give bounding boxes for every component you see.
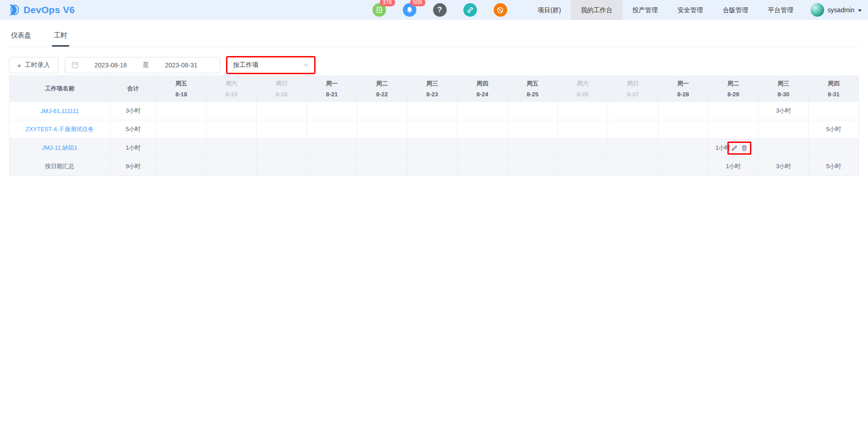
date-end-value[interactable]: 2023-08-31 [149, 61, 213, 69]
hours-cell [407, 120, 458, 139]
delete-icon[interactable] [741, 145, 748, 151]
date-column-header: 周一8-28 [658, 76, 708, 102]
nav-item[interactable]: 合版管理 [713, 0, 758, 20]
app-logo[interactable]: DevOps V6 [7, 4, 75, 16]
total-hours-cell: 1小时 [110, 139, 156, 157]
hours-cell [207, 102, 257, 120]
help-icon[interactable]: ? [433, 3, 447, 17]
nav-item[interactable]: 投产管理 [623, 0, 668, 20]
notifications-badge: 508 [410, 0, 425, 6]
hours-cell [257, 139, 307, 157]
hours-cell [257, 120, 307, 139]
hours-cell [458, 157, 508, 176]
hours-cell: 3小时 [759, 157, 809, 176]
hours-cell [558, 120, 608, 139]
nav-item[interactable]: 我的工作台 [571, 0, 623, 20]
hours-cell [708, 102, 759, 120]
hours-cell [156, 157, 207, 176]
tab-dashboard[interactable]: 仪表盘 [9, 31, 33, 47]
work-item-row: ZXYTEST-4,子康测试任务5小时5小时 [9, 120, 859, 139]
chevron-down-icon [303, 63, 308, 67]
nav-item[interactable]: 项目(群) [528, 0, 571, 20]
do-not-disturb-icon[interactable] [494, 3, 507, 17]
column-header-total: 合计 [110, 76, 156, 102]
user-name: sysadmin [828, 6, 854, 14]
hours-cell [307, 139, 357, 157]
work-item-row: JMJ-61,1111113小时3小时 [9, 102, 859, 120]
notifications-icon[interactable]: 508 [403, 3, 416, 17]
date-column-header: 周日8-27 [608, 76, 658, 102]
hours-cell [508, 102, 558, 120]
hours-cell [156, 102, 207, 120]
work-item-link[interactable]: JMJ-61,111111 [41, 108, 79, 114]
hours-cell [207, 157, 257, 176]
plus-icon: + [17, 61, 21, 69]
date-column-header: 周三8-30 [759, 76, 809, 102]
hours-cell [658, 102, 708, 120]
hours-cell [458, 120, 508, 139]
main-nav: 项目(群)我的工作台投产管理安全管理合版管理平台管理 [528, 0, 803, 20]
chevron-down-icon [858, 9, 862, 12]
date-column-header: 周二8-22 [357, 76, 407, 102]
hours-cell [508, 157, 558, 176]
user-menu[interactable]: sysadmin [811, 3, 862, 17]
date-range-picker[interactable]: 2023-08-18 至 2023-08-31 [65, 57, 220, 73]
edit-icon[interactable] [731, 145, 738, 151]
group-by-selected-value: 按工作项 [233, 61, 259, 69]
hours-cell [458, 102, 508, 120]
header-action-icons: 378 508 ? [373, 3, 507, 17]
prohibit-glyph [496, 6, 504, 14]
top-header: DevOps V6 378 508 ? [0, 0, 868, 20]
worktime-toolbar: + 工时录入 2023-08-18 至 2023-08-31 按工作项 [9, 56, 859, 74]
hours-cell [307, 157, 357, 176]
hours-cell: 5小时 [809, 120, 859, 139]
hours-cell [608, 157, 658, 176]
date-column-header: 周五8-25 [508, 76, 558, 102]
table-body: JMJ-61,1111113小时3小时ZXYTEST-4,子康测试任务5小时5小… [9, 102, 859, 176]
link-icon[interactable] [463, 3, 477, 17]
hours-cell [508, 120, 558, 139]
hours-cell [207, 139, 257, 157]
annotation-box-row-actions [727, 142, 751, 155]
work-item-name-cell: JMJ-61,111111 [9, 102, 110, 120]
column-header-name: 工作项名称 [9, 76, 110, 102]
add-worktime-button[interactable]: + 工时录入 [9, 57, 58, 73]
user-avatar [811, 3, 824, 17]
date-start-value[interactable]: 2023-08-18 [79, 61, 143, 69]
summary-row: 按日期汇总9小时1小时3小时5小时 [9, 157, 859, 176]
document-glyph [376, 6, 383, 14]
calendar-icon [71, 61, 79, 69]
tasks-badge: 378 [380, 0, 395, 6]
work-item-link[interactable]: JMJ-11,缺陷1 [42, 144, 78, 151]
date-column-header: 周四8-24 [458, 76, 508, 102]
tasks-icon[interactable]: 378 [373, 3, 386, 17]
hours-cell: 3小时 [759, 102, 809, 120]
nav-item[interactable]: 平台管理 [758, 0, 803, 20]
hours-cell [658, 157, 708, 176]
hours-cell [809, 102, 859, 120]
hours-cell [658, 120, 708, 139]
tab-worktime[interactable]: 工时 [52, 31, 69, 47]
summary-label-cell: 按日期汇总 [9, 157, 110, 176]
date-column-header: 周日8-20 [257, 76, 307, 102]
app-title: DevOps V6 [24, 5, 75, 15]
hours-cell [257, 102, 307, 120]
group-by-select[interactable]: 按工作项 [227, 57, 314, 73]
hours-cell: 1小时 [708, 157, 759, 176]
total-hours-cell: 9小时 [110, 157, 156, 176]
chain-glyph [467, 6, 474, 14]
work-item-name-cell: JMJ-11,缺陷1 [9, 139, 110, 157]
hours-cell [708, 120, 759, 139]
work-item-name-cell: ZXYTEST-4,子康测试任务 [9, 120, 110, 139]
work-item-link[interactable]: ZXYTEST-4,子康测试任务 [26, 126, 94, 132]
hours-cell [608, 120, 658, 139]
hours-cell [558, 139, 608, 157]
hours-cell [558, 102, 608, 120]
bell-glyph [406, 6, 413, 14]
nav-item[interactable]: 安全管理 [668, 0, 713, 20]
hours-cell [407, 102, 458, 120]
question-glyph: ? [437, 5, 442, 14]
hours-cell: 1小时 [708, 139, 759, 157]
date-column-header: 周六8-19 [207, 76, 257, 102]
hours-cell [508, 139, 558, 157]
